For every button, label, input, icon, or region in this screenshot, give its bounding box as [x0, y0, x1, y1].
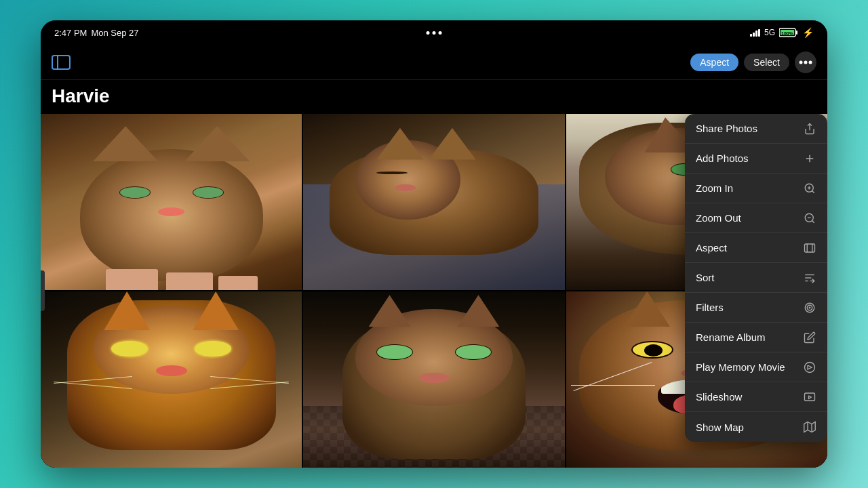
date-display: Mon Sep 27 — [91, 28, 138, 38]
svg-rect-28 — [805, 393, 815, 401]
photo-cell-2[interactable] — [303, 114, 564, 290]
filters-label: Filters — [696, 302, 803, 313]
svg-line-17 — [812, 220, 814, 222]
svg-line-13 — [812, 190, 814, 192]
more-options-button[interactable] — [795, 52, 816, 73]
rename-album-label: Rename Album — [696, 331, 803, 343]
sidebar-toggle-button[interactable] — [52, 54, 72, 70]
svg-rect-4 — [52, 56, 70, 69]
slideshow-label: Slideshow — [696, 391, 803, 403]
menu-item-aspect[interactable]: Aspect — [685, 233, 827, 263]
aspect-label: Aspect — [696, 242, 803, 253]
svg-marker-29 — [804, 422, 816, 432]
main-content: Share Photos Add Photos — [41, 114, 827, 468]
more-dots-icon — [799, 60, 812, 64]
status-right: 5G 100% ⚡ — [750, 27, 814, 38]
filters-icon — [803, 301, 816, 314]
signal-bar-1 — [750, 34, 752, 37]
title-bar: Harvie — [41, 80, 827, 114]
svg-point-6 — [800, 60, 803, 64]
svg-point-25 — [807, 305, 812, 310]
play-memory-movie-label: Play Memory Movie — [696, 361, 803, 373]
network-label: 5G — [764, 28, 775, 37]
menu-item-sort[interactable]: Sort — [685, 263, 827, 293]
dot-1 — [427, 31, 430, 35]
map-icon — [803, 420, 816, 434]
signal-bars — [750, 29, 760, 37]
nav-bar: Aspect Select — [41, 45, 827, 80]
photo-cell-4[interactable] — [41, 291, 302, 468]
zoom-in-icon — [803, 182, 816, 195]
menu-item-slideshow[interactable]: Slideshow — [685, 382, 827, 412]
aspect-button[interactable]: Aspect — [690, 54, 738, 71]
svg-point-24 — [805, 303, 814, 312]
sidebar-icon — [52, 55, 71, 70]
svg-point-8 — [809, 60, 812, 64]
zoom-out-label: Zoom Out — [696, 212, 803, 224]
svg-text:100%: 100% — [781, 31, 794, 36]
photo-cell-5[interactable] — [303, 291, 564, 468]
svg-point-26 — [809, 307, 810, 308]
dot-2 — [433, 31, 436, 35]
zoom-in-label: Zoom In — [696, 182, 803, 194]
signal-bar-3 — [755, 30, 757, 37]
sidebar-edge-handle — [41, 270, 45, 311]
menu-item-share-photos[interactable]: Share Photos — [685, 114, 827, 144]
status-center — [427, 31, 442, 35]
sort-icon — [803, 271, 816, 285]
nav-right: Aspect Select — [690, 52, 816, 73]
svg-rect-2 — [796, 30, 797, 35]
select-button[interactable]: Select — [744, 54, 789, 71]
menu-item-zoom-in[interactable]: Zoom In — [685, 174, 827, 203]
menu-item-play-memory-movie[interactable]: Play Memory Movie — [685, 352, 827, 382]
signal-bar-2 — [753, 33, 755, 37]
time-display: 2:47 PM — [54, 28, 87, 38]
nav-left — [52, 54, 72, 70]
photo-cell-1[interactable] — [41, 114, 302, 290]
play-memory-icon — [803, 361, 816, 374]
menu-item-add-photos[interactable]: Add Photos — [685, 144, 827, 174]
dropdown-menu: Share Photos Add Photos — [685, 114, 827, 442]
pencil-icon — [803, 331, 816, 344]
menu-item-zoom-out[interactable]: Zoom Out — [685, 203, 827, 233]
menu-item-show-map[interactable]: Show Map — [685, 412, 827, 442]
status-bar: 2:47 PM Mon Sep 27 5G 100% ⚡ — [41, 20, 827, 45]
signal-bar-4 — [758, 29, 760, 37]
zoom-out-icon — [803, 211, 816, 225]
battery-icon: 100% — [779, 28, 798, 37]
show-map-label: Show Map — [696, 422, 803, 433]
sort-label: Sort — [696, 272, 803, 283]
dot-3 — [439, 31, 442, 35]
aspect-icon — [803, 241, 816, 255]
svg-point-7 — [804, 60, 808, 64]
add-photos-label: Add Photos — [696, 152, 803, 164]
svg-rect-19 — [805, 244, 815, 252]
svg-point-27 — [805, 362, 815, 372]
plus-icon — [803, 152, 816, 165]
album-title: Harvie — [52, 85, 816, 107]
menu-item-rename-album[interactable]: Rename Album — [685, 323, 827, 352]
share-photos-label: Share Photos — [696, 123, 803, 134]
status-left: 2:47 PM Mon Sep 27 — [54, 28, 139, 38]
slideshow-icon — [803, 390, 816, 404]
battery-charging-icon: ⚡ — [802, 27, 814, 38]
share-icon — [803, 122, 816, 136]
menu-item-filters[interactable]: Filters — [685, 293, 827, 323]
tablet-frame: 2:47 PM Mon Sep 27 5G 100% ⚡ — [41, 20, 827, 468]
